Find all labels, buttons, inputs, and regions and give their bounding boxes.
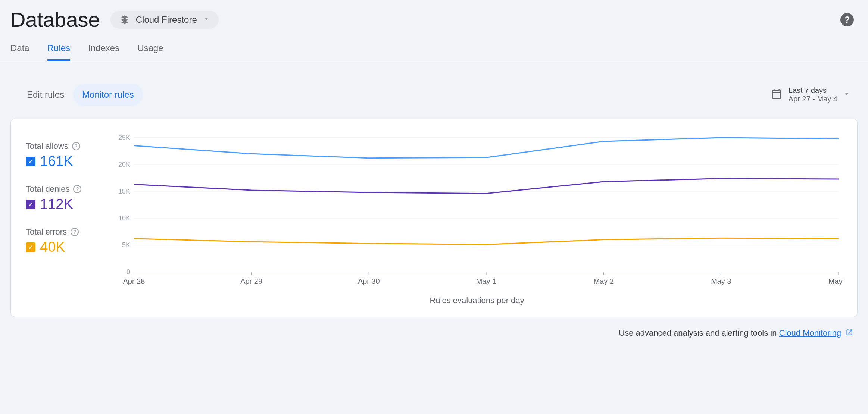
chevron-down-icon — [203, 16, 210, 24]
svg-text:5K: 5K — [122, 241, 130, 249]
tab-usage[interactable]: Usage — [137, 43, 163, 61]
tab-data[interactable]: Data — [10, 43, 29, 61]
page-title: Database — [10, 7, 100, 32]
chart-legend: Total allows ? ✓ 161K Total denies ? ✓ 1… — [18, 134, 112, 305]
legend-item-denies: Total denies ? ✓ 112K — [18, 184, 112, 212]
firestore-icon — [119, 15, 130, 25]
tab-indexes[interactable]: Indexes — [88, 43, 119, 61]
svg-text:May 2: May 2 — [593, 277, 613, 285]
chart-card: Total allows ? ✓ 161K Total denies ? ✓ 1… — [10, 119, 858, 317]
legend-errors-value: 40K — [40, 239, 65, 255]
legend-denies-checkbox[interactable]: ✓ — [26, 200, 35, 209]
legend-errors-checkbox[interactable]: ✓ — [26, 242, 35, 252]
footer-hint: Use advanced analysis and alerting tools… — [0, 317, 868, 338]
svg-text:May 1: May 1 — [476, 277, 496, 285]
svg-text:20K: 20K — [118, 161, 130, 168]
legend-denies-value: 112K — [40, 196, 73, 212]
subtab-monitor-rules[interactable]: Monitor rules — [73, 84, 143, 106]
legend-allows-label: Total allows — [26, 141, 68, 151]
rules-chart: 05K10K15K20K25KApr 28Apr 29Apr 30May 1Ma… — [112, 134, 842, 294]
subtab-edit-rules[interactable]: Edit rules — [18, 84, 73, 106]
svg-text:May 4: May 4 — [828, 277, 842, 285]
help-icon[interactable]: ? — [72, 142, 80, 150]
svg-text:0: 0 — [127, 268, 130, 276]
date-range-value: Apr 27 - May 4 — [789, 95, 837, 103]
database-selector-label: Cloud Firestore — [136, 15, 197, 25]
footer-prefix: Use advanced analysis and alerting tools… — [619, 328, 779, 338]
svg-text:Apr 30: Apr 30 — [358, 277, 380, 285]
main-tabs: Data Rules Indexes Usage — [0, 32, 868, 61]
legend-allows-checkbox[interactable]: ✓ — [26, 157, 35, 166]
date-range-label: Last 7 days — [789, 86, 837, 95]
legend-item-errors: Total errors ? ✓ 40K — [18, 227, 112, 255]
svg-text:15K: 15K — [118, 188, 130, 195]
chevron-down-icon — [843, 91, 850, 99]
svg-text:Apr 29: Apr 29 — [240, 277, 262, 285]
help-icon[interactable]: ? — [840, 13, 854, 26]
cloud-monitoring-link[interactable]: Cloud Monitoring — [779, 328, 841, 338]
legend-allows-value: 161K — [40, 153, 73, 169]
svg-text:10K: 10K — [118, 214, 130, 222]
svg-text:25K: 25K — [118, 134, 130, 141]
legend-errors-label: Total errors — [26, 227, 67, 237]
external-link-icon — [846, 329, 853, 338]
help-icon[interactable]: ? — [71, 228, 79, 236]
calendar-icon — [771, 88, 783, 101]
database-selector-chip[interactable]: Cloud Firestore — [110, 11, 219, 29]
legend-denies-label: Total denies — [26, 184, 69, 194]
date-range-picker[interactable]: Last 7 days Apr 27 - May 4 — [771, 86, 850, 103]
svg-text:May 3: May 3 — [711, 277, 731, 285]
chart-x-label: Rules evaluations per day — [112, 296, 842, 305]
help-icon[interactable]: ? — [73, 185, 81, 193]
legend-item-allows: Total allows ? ✓ 161K — [18, 141, 112, 169]
svg-text:Apr 28: Apr 28 — [123, 277, 145, 285]
tab-rules[interactable]: Rules — [47, 43, 70, 61]
